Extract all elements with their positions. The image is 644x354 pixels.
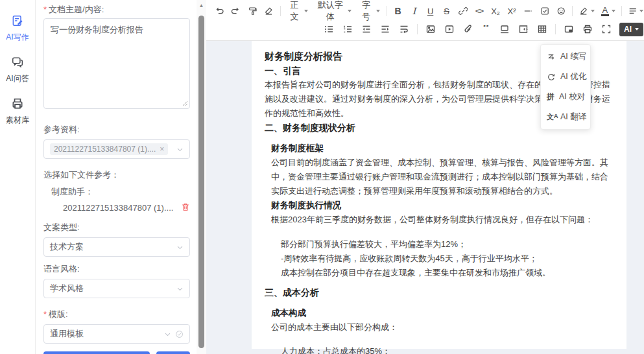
font-color-button[interactable]: A	[601, 4, 615, 18]
eraser-button[interactable]	[263, 4, 274, 18]
undo-button[interactable]	[214, 4, 224, 18]
insert-video-button[interactable]	[444, 22, 455, 36]
template-status-icon	[175, 330, 184, 338]
bold-button[interactable]: B	[393, 4, 403, 18]
format-painter-button[interactable]	[247, 4, 257, 18]
editor-canvas: 财务制度分析报告 一、引言 本报告旨在对公司的财务制度进行全面分析，包括财务制度…	[206, 41, 644, 354]
translate-icon: 文A	[547, 112, 556, 122]
menu-item-label: AI 翻译	[560, 112, 586, 123]
sidebar-item-ai-qa[interactable]: AI问答	[6, 56, 29, 84]
doc-subheading: 财务制度执行情况	[271, 198, 614, 213]
file-group-label: 制度助手：	[51, 186, 190, 198]
sidebar-item-label: AI问答	[6, 73, 29, 84]
chevron-down-icon	[176, 146, 184, 153]
caret-down-icon	[591, 10, 595, 12]
font-family-select[interactable]: 默认字体	[315, 4, 352, 18]
file-row: 2021122715133847807 (1)....	[63, 202, 190, 213]
bullet-list-button[interactable]	[323, 22, 335, 36]
ai-dropdown-menu: AI 续写 AI 优化 拼 AI 校对 文A AI 翻译	[540, 44, 591, 130]
language-style-select[interactable]: 学术风格	[43, 279, 190, 298]
line-break-button[interactable]	[398, 22, 410, 36]
download-button[interactable]: 下载	[156, 351, 190, 354]
horizontal-rule-button[interactable]	[523, 4, 533, 18]
library-icon	[11, 97, 24, 113]
emoji-button[interactable]	[556, 4, 566, 18]
italic-button[interactable]: I	[409, 4, 420, 18]
strikethrough-button[interactable]: S	[442, 4, 452, 18]
inline-code-button[interactable]: <>	[474, 4, 484, 18]
required-asterisk: *	[43, 309, 47, 319]
doc-paragraph: 公司目前的制度涵盖了资金管理、成本控制、预算管理、核算与报告、风险管理等方面。其…	[271, 156, 614, 198]
toolbar-divider	[555, 24, 556, 34]
underline-button[interactable]: U	[425, 4, 436, 18]
resize-handle-icon[interactable]	[182, 99, 188, 108]
embed-window-button[interactable]	[563, 22, 575, 36]
highlight-color-button[interactable]	[578, 4, 595, 18]
reference-select[interactable]: 2021122715133847807 (1).... ×	[43, 139, 190, 159]
todo-checkbox-button[interactable]	[540, 4, 550, 18]
nav-rail: AI写作 AI问答 素材库	[0, 0, 36, 354]
attachment-button[interactable]	[462, 22, 474, 36]
divider-block-button[interactable]	[499, 22, 510, 36]
file-name: 2021122715133847807 (1)....	[63, 203, 173, 213]
fullscreen-button[interactable]	[601, 22, 612, 36]
caret-down-icon	[348, 10, 352, 12]
menu-item-ai-proofread[interactable]: 拼 AI 校对	[541, 87, 590, 107]
chevron-down-icon	[164, 331, 171, 338]
sidebar-item-material-library[interactable]: 素材库	[6, 97, 29, 126]
doc-subheading: 财务制度框架	[271, 141, 614, 156]
blockquote-button[interactable]: “	[481, 22, 492, 36]
caret-down-icon	[635, 28, 639, 30]
ordered-list-button[interactable]	[342, 22, 353, 36]
print-button[interactable]	[582, 22, 593, 36]
outdent-button[interactable]	[361, 22, 372, 36]
topic-label: *文档主题/内容:	[43, 4, 190, 16]
sidebar-item-ai-writing[interactable]: AI写作	[6, 14, 29, 43]
editor-toolbar: 正文 默认字体 字号 B I U S <> X₂ X² A	[206, 0, 644, 41]
chat-icon	[11, 56, 24, 71]
optimize-icon	[547, 73, 556, 82]
indent-button[interactable]	[379, 22, 391, 36]
doc-paragraph: 公司的成本主要由以下部分构成：	[271, 320, 614, 335]
scroll-up-icon[interactable]: ▲	[197, 3, 206, 8]
menu-item-label: AI 续写	[560, 51, 586, 62]
ai-menu-button[interactable]: AI	[619, 23, 643, 36]
insert-image-button[interactable]	[425, 22, 436, 36]
font-size-select[interactable]: 字号	[358, 4, 381, 18]
form-scrollbar[interactable]: ▲	[197, 0, 206, 354]
caret-down-icon	[376, 10, 380, 12]
caret-down-icon	[639, 10, 643, 12]
template-select[interactable]: 通用模板	[43, 324, 190, 344]
topic-input[interactable]: 写一份财务制度分析报告	[43, 18, 190, 109]
align-button[interactable]	[628, 4, 644, 18]
language-style-label: 语言风格:	[43, 263, 190, 275]
subscript-button[interactable]: X₂	[490, 4, 501, 18]
tag-close-icon[interactable]: ×	[160, 145, 164, 154]
generate-button[interactable]: 生成	[43, 351, 150, 354]
chevron-down-icon	[176, 244, 184, 251]
code-block-button[interactable]	[518, 22, 529, 36]
trash-icon[interactable]	[181, 202, 190, 213]
sidebar-item-label: 素材库	[6, 115, 29, 126]
generation-form: *文档主题/内容: 写一份财务制度分析报告 参考资料: 202112271513…	[36, 0, 197, 354]
doc-type-label: 文案类型:	[43, 222, 190, 233]
template-label: *模版:	[43, 309, 190, 320]
scrollbar-thumb[interactable]	[198, 16, 204, 348]
insert-table-button[interactable]	[536, 22, 548, 36]
reference-tag-text: 2021122715133847807 (1)....	[54, 145, 156, 154]
proofread-icon: 拼	[547, 91, 555, 102]
menu-item-label: AI 优化	[560, 71, 586, 82]
menu-item-ai-continue[interactable]: AI 续写	[541, 47, 590, 67]
doc-edit-icon	[11, 14, 24, 30]
superscript-button[interactable]: X²	[507, 4, 517, 18]
link-icon[interactable]	[458, 4, 468, 18]
color-swatch	[601, 14, 609, 16]
toolbar-divider	[417, 24, 418, 34]
caret-down-icon	[304, 10, 308, 12]
menu-item-ai-optimize[interactable]: AI 优化	[541, 67, 590, 87]
doc-type-select[interactable]: 技术方案	[43, 237, 190, 257]
paragraph-style-select[interactable]: 正文	[287, 4, 309, 18]
doc-list-item: 部分部门预算执行偏差较大，平均偏差率为12%；	[281, 237, 614, 252]
menu-item-ai-translate[interactable]: 文A AI 翻译	[541, 107, 590, 127]
redo-button[interactable]	[230, 4, 241, 18]
